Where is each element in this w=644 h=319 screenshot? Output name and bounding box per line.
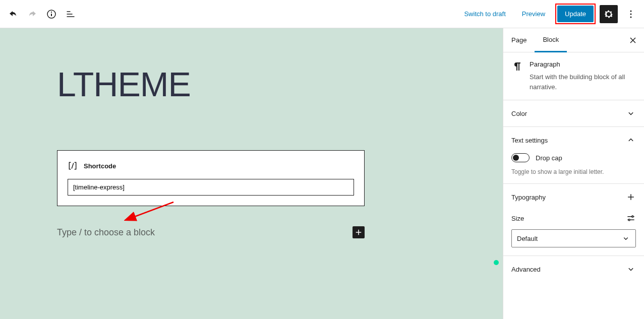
settings-sidebar: Page Block Paragraph Start with the buil… <box>503 28 644 319</box>
tab-block[interactable]: Block <box>535 28 567 52</box>
more-options-button[interactable] <box>622 5 640 23</box>
plus-icon[interactable] <box>626 192 636 202</box>
topbar-right-group: Switch to draft Preview Update <box>458 4 640 24</box>
tab-page[interactable]: Page <box>503 28 535 52</box>
drop-cap-label: Drop cap <box>536 154 562 162</box>
undo-icon <box>7 8 19 20</box>
text-settings-panel: Text settings Drop cap Toggle to show a … <box>503 127 644 184</box>
topbar-left-group <box>4 5 80 23</box>
advanced-section-title: Advanced <box>511 266 541 273</box>
paragraph-description: Start with the building block of all nar… <box>530 72 636 92</box>
svg-point-5 <box>630 16 632 18</box>
sidebar-tabs: Page Block <box>503 28 644 52</box>
svg-point-3 <box>630 10 632 12</box>
chevron-down-icon <box>626 108 636 118</box>
size-select[interactable]: Default <box>511 229 636 247</box>
top-bar: Switch to draft Preview Update <box>0 0 644 28</box>
preview-button[interactable]: Preview <box>516 7 551 21</box>
close-icon <box>628 35 638 45</box>
plus-icon <box>354 228 363 237</box>
empty-block-row[interactable]: Type / to choose a block <box>57 226 365 238</box>
text-settings-title: Text settings <box>511 137 548 144</box>
update-highlight-box: Update <box>555 4 596 24</box>
advanced-section-toggle[interactable]: Advanced <box>503 256 644 282</box>
drop-cap-help: Toggle to show a large initial letter. <box>511 168 636 175</box>
svg-rect-1 <box>51 14 52 16</box>
status-dot-icon <box>494 260 499 265</box>
shortcode-label: Shortcode <box>84 162 116 170</box>
shortcode-block[interactable]: Shortcode <box>57 150 365 206</box>
list-view-icon <box>65 8 77 20</box>
block-placeholder: Type / to choose a block <box>57 227 353 238</box>
paragraph-panel: Paragraph Start with the building block … <box>503 52 644 100</box>
close-sidebar-button[interactable] <box>624 31 642 49</box>
redo-button[interactable] <box>23 5 41 23</box>
chevron-up-icon <box>626 135 636 145</box>
page-title[interactable]: LTHEME <box>57 65 365 104</box>
color-section-title: Color <box>511 110 527 117</box>
typography-panel: Typography Size Default <box>503 184 644 256</box>
color-section-toggle[interactable]: Color <box>503 100 644 127</box>
shortcode-input[interactable] <box>68 179 354 196</box>
switch-to-draft-button[interactable]: Switch to draft <box>458 7 511 21</box>
chevron-down-icon <box>626 264 636 274</box>
gear-icon <box>603 8 615 20</box>
info-button[interactable] <box>42 5 61 23</box>
outline-button[interactable] <box>62 5 80 23</box>
dots-vertical-icon <box>625 8 637 20</box>
paragraph-icon <box>511 60 523 74</box>
size-label: Size <box>511 215 524 222</box>
svg-rect-2 <box>51 12 52 13</box>
svg-point-4 <box>630 13 632 15</box>
redo-icon <box>26 8 38 20</box>
paragraph-heading: Paragraph <box>530 60 636 68</box>
shortcode-icon <box>68 161 78 171</box>
chevron-down-icon <box>621 234 630 243</box>
info-icon <box>45 8 57 20</box>
settings-button[interactable] <box>600 5 618 23</box>
add-block-button[interactable] <box>353 226 365 238</box>
drop-cap-toggle[interactable] <box>511 153 530 162</box>
editor-canvas: LTHEME Shortcode Type / to choose a bloc… <box>0 28 503 319</box>
typography-title: Typography <box>511 194 546 201</box>
svg-point-9 <box>628 219 630 221</box>
size-select-value: Default <box>517 235 538 242</box>
undo-button[interactable] <box>4 5 22 23</box>
shortcode-block-header: Shortcode <box>68 161 354 171</box>
update-button[interactable]: Update <box>557 6 594 22</box>
sliders-icon[interactable] <box>626 213 636 223</box>
